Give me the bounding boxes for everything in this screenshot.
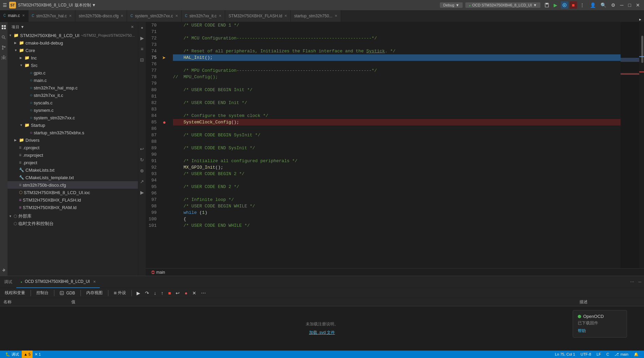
tree-item-project[interactable]: ≡ .project [7, 159, 138, 166]
more-icon[interactable]: ⋯ [200, 290, 207, 296]
status-language[interactable]: C [604, 351, 612, 358]
tree-item-mxproject[interactable]: ≡ .mxproject [7, 151, 138, 159]
tree-item-drivers[interactable]: ▶ 📁 Drivers [7, 136, 138, 144]
close-tab-flash-ld[interactable]: ✕ [284, 14, 287, 18]
activity-debug-icon[interactable] [0, 54, 7, 62]
tree-item-sysmem-c[interactable]: ○ sysmem.c [7, 106, 138, 114]
close-tab-hal-c[interactable]: ✕ [69, 14, 72, 18]
tree-item-it-c[interactable]: ○ stm32h7xx_it.c [7, 91, 138, 99]
close-tab-disco-cfg[interactable]: ✕ [121, 14, 123, 18]
tree-item-system-c[interactable]: ○ system_stm32h7xx.c [7, 114, 138, 121]
close-tab-it-c[interactable]: ✕ [219, 14, 221, 18]
panel-minimize-icon[interactable]: ─ [638, 279, 641, 284]
ocd-dropdown[interactable]: ⬥ OCD STM32H750XBH6_8_LCD_UI ▼ [465, 2, 540, 8]
panel-tab-ocd-close[interactable]: ✕ [93, 280, 96, 284]
version-control-button[interactable]: 版本控制 ▼ [75, 2, 96, 8]
status-branch[interactable]: ⎇ main [612, 351, 631, 358]
tree-item-inc[interactable]: ▶ 📁 Inc [7, 54, 138, 62]
status-encoding[interactable]: UTF-8 [578, 351, 594, 358]
continue-icon[interactable]: ▶ [135, 290, 142, 296]
tree-item-src[interactable]: ▼ 📁 Src [7, 62, 138, 69]
tree-item-startup-folder[interactable]: ▼ 📁 Startup [7, 121, 138, 129]
tree-item-main-c[interactable]: ○ main.c [7, 76, 138, 84]
tree-item-hal-msp-c[interactable]: ○ stm32h7xx_hal_msp.c [7, 84, 138, 91]
debug-export-icon[interactable]: ↗ [138, 178, 146, 185]
status-line-ending[interactable]: LF [594, 351, 604, 358]
status-line-col[interactable]: Ln 75, Col 1 [552, 351, 578, 358]
tree-item-flash-ld[interactable]: ≡ STM32H750XBHX_FLASH.ld [7, 196, 138, 204]
project-dropdown[interactable]: 项目 ▼ [12, 24, 24, 30]
restart-debug-icon[interactable]: ↩ [174, 290, 181, 296]
tree-item-startup-s[interactable]: ○ startup_stm32h750xbhx.s [7, 129, 138, 136]
tree-item-gpio-c[interactable]: ○ gpio.c [7, 69, 138, 76]
tree-item-cmakelists[interactable]: 🔧 CMakeLists.txt [7, 166, 138, 174]
more-debug-button[interactable]: ⋮ [578, 1, 586, 9]
hamburger-icon[interactable]: ☰ [3, 2, 7, 8]
close-window-icon[interactable]: ✕ [634, 2, 641, 8]
status-notifications[interactable]: 🔔 [631, 351, 641, 358]
tree-item-cproject[interactable]: ≡ .cproject [7, 144, 138, 151]
tab-flash-ld[interactable]: STM32H750XBHX_FLASH.ld ✕ [225, 10, 291, 22]
memory-button[interactable]: 内存视图 [84, 289, 105, 296]
status-debug-label[interactable]: 🐛 调试 [3, 351, 22, 358]
debug-watch-icon[interactable]: ▶ [138, 34, 146, 42]
activity-explorer-icon[interactable] [0, 23, 7, 31]
tab-main-c[interactable]: C main.c ✕ [0, 10, 29, 22]
sidebar-tree[interactable]: ▼ 📁 STM32H750XBH6_8_LCD_UI ~/STM32_Proje… [7, 32, 138, 276]
activity-git-icon[interactable] [0, 44, 7, 51]
tree-item-core[interactable]: ▼ 📁 Core [7, 47, 138, 54]
scrollbar-thumb[interactable] [641, 36, 643, 63]
tab-disco-cfg[interactable]: stm32h750b-disco.cfg ✕ [75, 10, 127, 22]
tree-item-cmakelists-template[interactable]: 🔧 CMakeLists_template.txt [7, 174, 138, 181]
close-tab-startup[interactable]: ✕ [335, 14, 337, 18]
minimize-window-icon[interactable]: ─ [619, 2, 625, 8]
debug-add-icon[interactable]: ⊕ [138, 167, 146, 174]
save-button[interactable] [543, 1, 551, 9]
code-area[interactable]: /* USER CODE END 1 */ /* MCU Configurati… [169, 22, 621, 268]
run-button[interactable]: ▶ [552, 1, 559, 9]
tab-more-button[interactable]: ▸ [637, 17, 644, 22]
scrollbar-vertical[interactable] [639, 22, 644, 268]
clear-bp-icon[interactable]: ✕ [191, 290, 198, 296]
step-out-icon[interactable]: ↑ [160, 290, 165, 296]
tab-it-c[interactable]: C stm32h7xx_it.c ✕ [182, 10, 225, 22]
user-icon[interactable]: 👤 [589, 2, 597, 8]
close-tab-system-c[interactable]: ✕ [175, 14, 178, 18]
tree-item-disco-cfg[interactable]: ≡ stm32h750b-disco.cfg [7, 181, 138, 189]
step-over-icon[interactable]: ↷ [144, 290, 150, 296]
panel-more-icon[interactable]: ⋯ [630, 279, 634, 284]
debug-refresh-icon[interactable]: ↻ [138, 156, 146, 164]
console-button[interactable]: 控制台 [34, 289, 51, 296]
debug-run-button[interactable] [561, 1, 568, 9]
debug-registers-icon[interactable]: ≡ [138, 45, 146, 53]
activity-extensions-icon[interactable] [0, 267, 7, 274]
debug-variables-icon[interactable]: ↩ [138, 145, 146, 153]
gdb-button[interactable]: G GDB [58, 290, 77, 296]
tree-item-temp-console[interactable]: ⬡ 临时文件和控制台 [7, 220, 138, 227]
search-icon[interactable]: 🔍 [599, 2, 608, 8]
tree-item-cmake-build[interactable]: ▶ 📁 cmake-build-debug [7, 39, 138, 47]
debug-expand-icon[interactable]: ▶ [138, 189, 146, 196]
breakpoint-indicator[interactable]: ● [163, 119, 166, 125]
tree-item-ext-libs[interactable]: ▼ ⬡ 外部库 [7, 212, 138, 220]
stop-button[interactable]: ■ [570, 1, 577, 9]
load-svd-link[interactable]: 加载 .svd 文件 [309, 330, 335, 336]
tree-item-ram-ld[interactable]: ≡ STM32H750XBHX_RAM.ld [7, 204, 138, 211]
stop-debug-icon[interactable]: ■ [167, 290, 172, 296]
panel-tab-ocd[interactable]: ⬥ OCD STM32H750XBH6_8_LCD_UI ✕ [16, 276, 100, 288]
ext-button[interactable]: ⊞ 外设 [112, 289, 128, 296]
tab-system-c[interactable]: C system_stm32h7xx.c ✕ [127, 10, 181, 22]
tree-item-root[interactable]: ▼ 📁 STM32H750XBH6_8_LCD_UI ~/STM32_Proje… [7, 32, 138, 39]
panel-tab-debug[interactable]: 调试 [0, 276, 16, 288]
bp-icon[interactable]: ● [183, 290, 189, 296]
debug-memory-icon[interactable]: ⊟ [138, 56, 146, 64]
status-warnings[interactable]: ▲ 5 [22, 351, 33, 358]
tree-item-syscalls-c[interactable]: ○ syscalls.c [7, 99, 138, 106]
tab-hal-c[interactable]: C stm32h7xx_hal.c ✕ [29, 10, 75, 22]
activity-search-icon[interactable] [0, 34, 7, 41]
tab-startup[interactable]: startup_stm32h750... ✕ [291, 10, 341, 22]
status-errors[interactable]: ✕ 1 [33, 351, 43, 358]
openocd-help-link[interactable]: 帮助 [578, 328, 586, 333]
tree-item-ioc[interactable]: ⬡ STM32H750XBH6_8_LCD_UI.ioc [7, 189, 138, 196]
debug-dropdown[interactable]: Debug ▼ [440, 2, 463, 8]
